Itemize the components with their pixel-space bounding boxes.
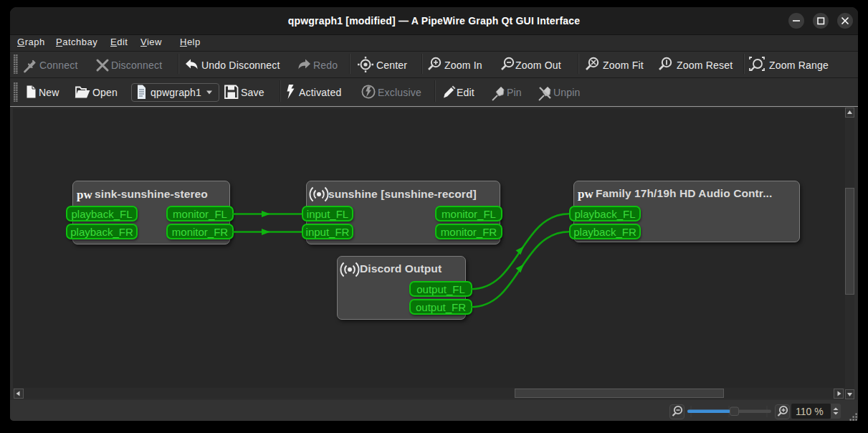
svg-text:pw: pw	[578, 187, 593, 201]
svg-text:pw: pw	[77, 188, 92, 201]
